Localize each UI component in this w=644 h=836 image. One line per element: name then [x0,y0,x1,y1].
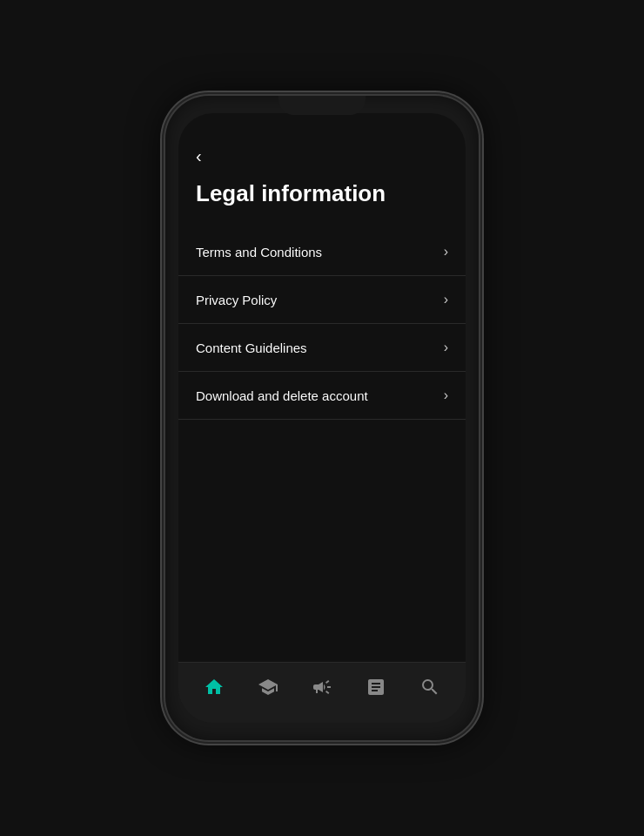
menu-item-privacy[interactable]: Privacy Policy› [178,276,466,324]
phone-notch [278,96,366,115]
page-title: Legal information [178,173,466,228]
menu-item-label-download: Download and delete account [196,388,368,403]
menu-item-label-terms: Terms and Conditions [196,245,322,260]
menu-chevron-icon-content: › [444,340,448,355]
menu-item-label-content: Content Guidelines [196,340,307,355]
back-button[interactable]: ‹ [178,131,466,173]
menu-item-terms[interactable]: Terms and Conditions› [178,228,466,276]
nav-item-announce[interactable] [301,671,343,708]
news-icon [366,677,386,703]
back-chevron-icon: ‹ [196,146,202,166]
phone-frame: ‹ Legal information Terms and Conditions… [165,96,479,740]
home-icon [204,677,225,703]
menu-list: Terms and Conditions›Privacy Policy›Cont… [178,228,466,662]
nav-item-search[interactable] [409,671,451,708]
menu-chevron-icon-download: › [444,388,448,403]
nav-item-home[interactable] [193,671,235,708]
bottom-nav [178,662,466,723]
nav-item-news[interactable] [355,671,397,708]
menu-item-download[interactable]: Download and delete account› [178,372,466,420]
search-icon [419,677,440,703]
megaphone-icon [312,677,332,703]
graduation-icon [258,677,278,703]
menu-chevron-icon-privacy: › [444,292,448,307]
menu-item-label-privacy: Privacy Policy [196,293,277,307]
menu-item-content[interactable]: Content Guidelines› [178,324,466,372]
menu-chevron-icon-terms: › [444,244,448,260]
phone-screen: ‹ Legal information Terms and Conditions… [178,113,466,723]
nav-item-learn[interactable] [247,671,289,708]
screen-content: ‹ Legal information Terms and Conditions… [178,113,466,662]
